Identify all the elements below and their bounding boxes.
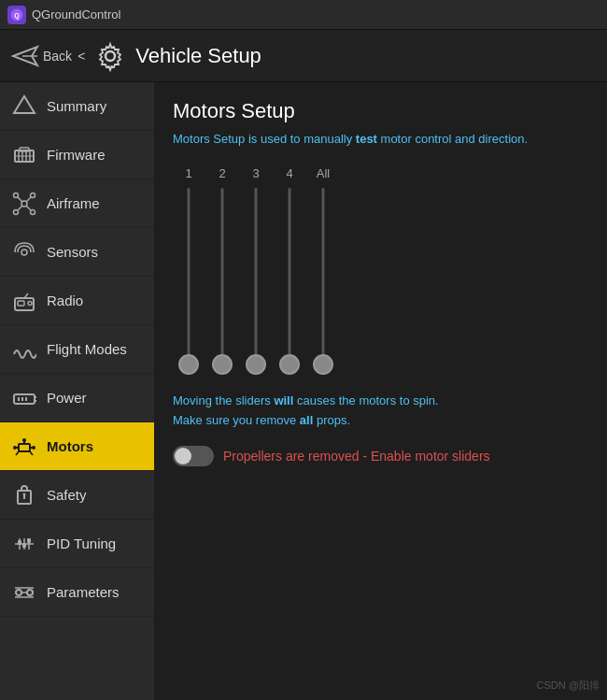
svg-point-15: [31, 193, 35, 197]
power-icon: [11, 385, 37, 411]
slider-thumb-3[interactable]: [246, 354, 266, 375]
svg-line-40: [16, 451, 19, 455]
header: Back < Vehicle Setup: [0, 30, 607, 82]
sidebar-label-airframe: Airframe: [47, 195, 100, 211]
slider-label-4: 4: [286, 166, 292, 180]
warning-text: Moving the sliders will causes the motor…: [173, 392, 588, 431]
warning-line2: Make sure you remove all props.: [173, 411, 588, 431]
sidebar-item-firmware[interactable]: Firmware: [0, 131, 154, 179]
sidebar-item-power[interactable]: Power: [0, 374, 154, 422]
svg-line-21: [26, 206, 31, 210]
slider-track-wrap-all[interactable]: [315, 188, 332, 375]
svg-point-17: [31, 209, 35, 214]
motors-icon: [11, 434, 37, 460]
radio-icon: [11, 288, 37, 314]
flight-modes-icon: [11, 336, 37, 363]
slider-col-2: 2: [214, 166, 231, 375]
svg-line-19: [26, 197, 31, 202]
slider-thumb-1[interactable]: [178, 354, 199, 375]
slider-col-1: 1: [180, 166, 197, 375]
svg-line-41: [30, 451, 33, 455]
sidebar-item-sensors[interactable]: Sensors: [0, 228, 154, 277]
svg-rect-51: [27, 538, 31, 543]
svg-rect-33: [19, 444, 30, 451]
slider-track-wrap-2[interactable]: [214, 188, 231, 375]
svg-point-22: [21, 250, 27, 255]
sidebar-label-firmware: Firmware: [47, 147, 106, 163]
plane-icon: [11, 43, 39, 69]
svg-point-4: [106, 51, 115, 61]
back-separator: <: [78, 49, 85, 64]
gear-icon: [94, 40, 126, 72]
parameters-icon: [11, 579, 37, 606]
svg-point-44: [23, 493, 26, 495]
sidebar-label-pid-tuning: PID Tuning: [47, 536, 116, 551]
slider-label-3: 3: [252, 166, 259, 180]
sidebar-item-pid-tuning[interactable]: PID Tuning: [0, 520, 154, 568]
content-subtitle: Motors Setup is used to manually test mo…: [173, 131, 588, 148]
sidebar-label-flight-modes: Flight Modes: [47, 341, 127, 357]
slider-col-4: 4: [281, 166, 298, 375]
slider-track-wrap-3[interactable]: [247, 188, 264, 375]
content-area: Motors Setup Motors Setup is used to man…: [154, 82, 607, 700]
sidebar-label-radio: Radio: [47, 293, 83, 308]
svg-point-53: [27, 590, 33, 595]
sidebar: Summary Firmware: [0, 82, 154, 700]
enable-toggle[interactable]: [173, 446, 214, 466]
sidebar-item-safety[interactable]: Safety: [0, 471, 154, 520]
enable-row: Propellers are removed - Enable motor sl…: [173, 446, 588, 466]
slider-thumb-4[interactable]: [279, 354, 300, 375]
app-title: QGroundControl: [32, 7, 120, 21]
svg-marker-5: [14, 96, 35, 113]
pid-tuning-icon: [11, 531, 37, 557]
slider-track-4: [289, 188, 291, 375]
main-layout: Summary Firmware: [0, 82, 607, 700]
svg-rect-27: [14, 394, 35, 404]
svg-line-18: [18, 197, 22, 202]
slider-track-2: [221, 188, 224, 375]
content-title: Motors Setup: [173, 99, 588, 123]
svg-rect-24: [18, 301, 24, 306]
slider-col-3: 3: [247, 166, 264, 375]
sidebar-label-summary: Summary: [47, 98, 106, 114]
svg-point-16: [14, 209, 19, 214]
enable-label: Propellers are removed - Enable motor sl…: [223, 449, 490, 464]
sidebar-label-sensors: Sensors: [47, 244, 98, 260]
svg-point-38: [32, 446, 35, 450]
back-button[interactable]: Back <: [11, 43, 85, 69]
slider-track-wrap-4[interactable]: [281, 188, 298, 375]
app-icon: Q: [7, 6, 26, 24]
slider-track-all: [322, 188, 325, 375]
sidebar-label-power: Power: [47, 390, 87, 406]
svg-rect-49: [18, 540, 21, 545]
svg-rect-50: [22, 543, 26, 548]
summary-icon: [11, 93, 37, 120]
sidebar-item-summary[interactable]: Summary: [0, 82, 154, 131]
sliders-container: 1 2 3 4: [180, 166, 588, 375]
slider-label-1: 1: [185, 166, 191, 180]
airframe-icon: [11, 191, 37, 217]
svg-point-14: [14, 193, 19, 197]
slider-track-3: [255, 188, 258, 375]
svg-line-20: [18, 206, 22, 210]
sidebar-item-airframe[interactable]: Airframe: [0, 179, 154, 228]
sidebar-item-radio[interactable]: Radio: [0, 277, 154, 325]
sensors-icon: [11, 239, 37, 265]
slider-thumb-2[interactable]: [212, 354, 233, 375]
page-title: Vehicle Setup: [135, 44, 261, 68]
sidebar-item-parameters[interactable]: Parameters: [0, 568, 154, 617]
sidebar-label-safety: Safety: [47, 487, 87, 503]
svg-point-25: [28, 301, 32, 305]
warning-line1: Moving the sliders will causes the motor…: [173, 392, 588, 411]
svg-point-39: [22, 438, 26, 442]
slider-thumb-all[interactable]: [313, 354, 333, 375]
safety-icon: [11, 482, 37, 508]
sidebar-item-flight-modes[interactable]: Flight Modes: [0, 325, 154, 374]
sidebar-item-motors[interactable]: Motors: [0, 422, 154, 471]
slider-label-all: All: [317, 166, 330, 180]
svg-text:Q: Q: [14, 11, 20, 20]
firmware-icon: [11, 142, 37, 168]
slider-col-all: All: [315, 166, 332, 375]
svg-point-37: [13, 446, 17, 450]
slider-track-wrap-1[interactable]: [180, 188, 197, 375]
